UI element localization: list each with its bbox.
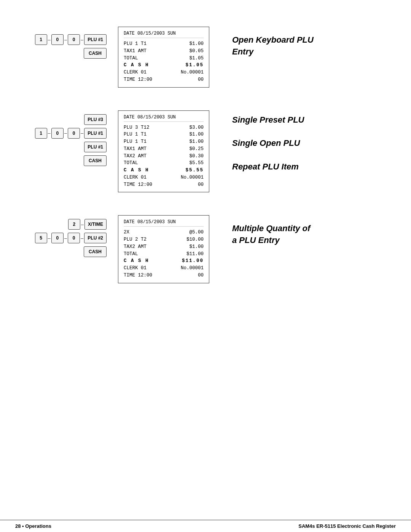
key-0b[interactable]: 0: [68, 34, 80, 45]
key-row-s2-4: CASH: [84, 155, 107, 166]
key-row-s2-2: 1 – 0 – 0 – PLU #1: [35, 128, 107, 139]
footer-left: 28 • Operations: [15, 523, 51, 529]
r1-left-5: TIME 12:00: [124, 76, 152, 83]
section2-title-text: Single Preset PLU Single Open PLU Repeat…: [232, 114, 381, 173]
section1-receipt: DATE 08/15/2003 SUN PLU 1 T1 $1.00 TAX1 …: [118, 23, 209, 88]
key-s3-0a[interactable]: 0: [51, 233, 64, 243]
key-cash-2[interactable]: CASH: [84, 155, 107, 166]
section3-receipt: DATE 08/15/2003 SUN 2X @5.00 PLU 2 T2 $1…: [118, 211, 209, 283]
connector-2: –: [64, 37, 67, 43]
receipt1-row-1: TAX1 AMT $0.05: [124, 48, 204, 55]
key-s2-0b[interactable]: 0: [68, 128, 80, 139]
r1-right-2: $1.05: [189, 55, 204, 62]
r1-right-1: $0.05: [189, 48, 204, 55]
key-row-s2-1: PLU #3: [84, 114, 107, 125]
r1-right-0: $1.00: [189, 40, 204, 48]
section3-title-line1: Multiple Quantity of: [232, 224, 310, 233]
key-row-s3-3: CASH: [84, 246, 107, 257]
r1-cash-label: C A S H: [124, 62, 149, 69]
footer-right: SAM4s ER-5115 Electronic Cash Register: [298, 523, 396, 529]
key-cash-3[interactable]: CASH: [84, 246, 107, 257]
section3-keys: 2 – X/TIME 5 – 0 – 0 – PLU #2 CASH: [30, 211, 107, 257]
section2-title: Single Preset PLU Single Open PLU Repeat…: [221, 107, 381, 173]
receipt2-header: DATE 08/15/2003 SUN: [124, 115, 204, 122]
receipt-1: DATE 08/15/2003 SUN PLU 1 T1 $1.00 TAX1 …: [118, 27, 209, 88]
receipt-2: DATE 08/15/2003 SUN PLU 3 T12 $3.00 PLU …: [118, 110, 209, 193]
section2-title-line1: Single Preset PLU: [232, 115, 304, 125]
key-s3-2[interactable]: 2: [68, 219, 80, 230]
section2-receipt: DATE 08/15/2003 SUN PLU 3 T12 $3.00 PLU …: [118, 107, 209, 193]
section3-title-text: Multiple Quantity of a PLU Entry: [232, 223, 381, 246]
r1-left-0: PLU 1 T1: [124, 40, 147, 48]
key-1[interactable]: 1: [35, 34, 47, 45]
r1-right-5: 00: [198, 76, 204, 83]
key-s3-plu2[interactable]: PLU #2: [84, 233, 107, 243]
key-row-2: CASH: [84, 48, 107, 59]
connector-3: –: [81, 37, 83, 43]
receipt1-row-2: TOTAL $1.05: [124, 55, 204, 62]
receipt1-cash-row: C A S H $1.05: [124, 62, 204, 69]
section-2: PLU #3 1 – 0 – 0 – PLU #1 PLU #1 CASH: [30, 107, 381, 193]
section-1: 1 – 0 – 0 – PLU #1 CASH DATE 08/15/2003 …: [30, 23, 381, 88]
receipt-3: DATE 08/15/2003 SUN 2X @5.00 PLU 2 T2 $1…: [118, 215, 209, 283]
key-s2-0a[interactable]: 0: [51, 128, 64, 139]
receipt1-header: DATE 08/15/2003 SUN: [124, 31, 204, 38]
key-s3-xtime[interactable]: X/TIME: [84, 219, 107, 230]
key-s3-0b[interactable]: 0: [68, 233, 80, 243]
section1-title-line1: Open Keyboard PLU: [232, 35, 314, 45]
receipt1-row-5: TIME 12:00 00: [124, 76, 204, 83]
r1-cash-value: $1.05: [185, 62, 204, 69]
key-plu3[interactable]: PLU #3: [84, 114, 107, 125]
page-content: 1 – 0 – 0 – PLU #1 CASH DATE 08/15/2003 …: [0, 0, 411, 333]
section1-keys: 1 – 0 – 0 – PLU #1 CASH: [30, 23, 107, 59]
key-row-1: 1 – 0 – 0 – PLU #1: [35, 34, 107, 45]
section2-title-line2: Single Open PLU: [232, 138, 300, 148]
key-s2-plu1[interactable]: PLU #1: [84, 128, 107, 139]
r1-left-2: TOTAL: [124, 55, 138, 62]
receipt1-row-0: PLU 1 T1 $1.00: [124, 40, 204, 48]
page-footer: 28 • Operations SAM4s ER-5115 Electronic…: [0, 520, 411, 532]
key-plu1[interactable]: PLU #1: [84, 34, 107, 45]
r1-left-4: CLERK 01: [124, 69, 147, 76]
receipt3-cash-row: C A S H $11.00: [124, 257, 204, 265]
key-row-s3-1: 2 – X/TIME: [68, 219, 107, 230]
r1-right-4: No.00001: [181, 69, 204, 76]
section1-title-text: Open Keyboard PLU Entry: [232, 34, 381, 58]
key-row-s3-2: 5 – 0 – 0 – PLU #2: [35, 233, 107, 243]
receipt1-row-4: CLERK 01 No.00001: [124, 69, 204, 76]
connector-1: –: [48, 37, 51, 43]
key-cash-1[interactable]: CASH: [84, 48, 107, 59]
key-s2-1[interactable]: 1: [35, 128, 47, 139]
section3-title: Multiple Quantity of a PLU Entry: [221, 211, 381, 246]
key-row-s2-3: PLU #1: [84, 142, 107, 152]
key-s3-5[interactable]: 5: [35, 233, 47, 243]
section2-keys: PLU #3 1 – 0 – 0 – PLU #1 PLU #1 CASH: [30, 107, 107, 166]
key-0a[interactable]: 0: [51, 34, 64, 45]
section-3: 2 – X/TIME 5 – 0 – 0 – PLU #2 CASH DATE …: [30, 211, 381, 283]
section1-title-line2: Entry: [232, 47, 253, 56]
section2-title-line3: Repeat PLU Item: [232, 162, 299, 171]
receipt3-header: DATE 08/15/2003 SUN: [124, 219, 204, 227]
section1-title: Open Keyboard PLU Entry: [221, 23, 381, 58]
section3-title-line2: a PLU Entry: [232, 235, 280, 245]
key-s2-plu1b[interactable]: PLU #1: [84, 142, 107, 152]
r1-left-1: TAX1 AMT: [124, 48, 147, 55]
receipt2-cash-row: C A S H $5.55: [124, 167, 204, 174]
